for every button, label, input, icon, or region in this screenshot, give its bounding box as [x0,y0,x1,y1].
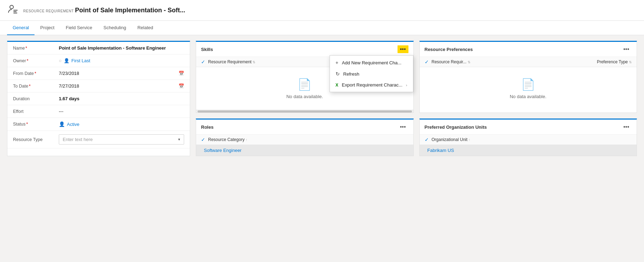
svg-rect-1 [13,10,18,11]
context-item-refresh-label: Refresh [343,71,359,77]
field-duration: Duration 1.67 days [7,92,190,105]
form-table: Name* Point of Sale Implementation - Sof… [7,42,190,148]
value-name: Point of Sale Implementation - Software … [53,42,190,55]
top-bar-subtitle: RESOURCE REQUIREMENT [23,9,74,13]
field-from-date: From Date* 7/23/2018 📅 [7,67,190,80]
rp-col-pref-type[interactable]: Preference Type ⇅ [597,59,632,64]
panel-row-top: Skills ••• ✓ Resource Requirement ⇅ Char… [196,41,637,113]
skills-check-icon: ✓ [201,59,205,65]
sort-icon-rp-resource: ⇅ [468,60,470,64]
required-indicator: * [29,84,31,89]
resource-preferences-header: Resource Preferences ••• [420,42,637,57]
skills-panel: Skills ••• ✓ Resource Requirement ⇅ Char… [196,41,414,113]
refresh-icon: ↻ [336,71,340,77]
svg-point-0 [10,5,13,9]
skills-col-resource[interactable]: Resource Requirement ⇅ [208,59,255,64]
required-indicator: * [26,122,28,127]
owner-link[interactable]: First Last [71,58,90,63]
tab-scheduling[interactable]: Scheduling [98,21,132,35]
resource-preferences-title: Resource Preferences [425,47,473,52]
resource-type-dropdown[interactable]: Enter text here ▾ [59,134,184,145]
label-duration: Duration [7,92,53,105]
context-menu-item-refresh[interactable]: ↻ Refresh [330,68,413,79]
roles-more-button[interactable]: ••• [398,123,408,131]
content-area: Name* Point of Sale Implementation - Sof… [0,35,644,162]
skills-panel-header: Skills ••• [196,42,413,57]
value-from-date: 7/23/2018 📅 [53,67,190,80]
top-bar: RESOURCE REQUIREMENT Point of Sale Imple… [0,0,644,21]
label-to-date: To Date* [7,80,53,92]
context-menu-item-export[interactable]: X Export Requirement Charac... › [330,79,413,90]
resource-preferences-no-data: 📄 No data available. [420,67,637,110]
label-resource-type: Resource Type [7,131,53,148]
rp-col-resource[interactable]: Resource Requir... ⇅ [432,59,470,64]
to-date-value: 7/27/2018 [59,83,79,89]
sort-icon-po-org: ↑ [469,138,470,142]
context-item-add-label: Add New Requirement Cha... [342,60,401,65]
skills-panel-title: Skills [201,47,213,52]
value-duration: 1.67 days [53,92,190,105]
roles-grid-header: ✓ Resource Category ↑ [196,135,413,145]
svg-rect-2 [13,11,17,12]
skills-no-data-text: No data available. [286,94,323,99]
roles-row-0[interactable]: Software Engineer [196,145,413,156]
field-effort: Effort --- [7,105,190,118]
no-data-doc-icon: 📄 [298,78,312,91]
roles-check-icon: ✓ [201,137,205,142]
context-menu: + Add New Requirement Cha... ↻ Refresh X… [330,55,413,92]
label-from-date: From Date* [7,67,53,80]
roles-panel: Roles ••• ✓ Resource Category ↑ Software… [196,119,414,156]
label-owner: Owner* [7,55,53,67]
skills-scrollbar[interactable] [196,110,413,113]
value-owner: ○ 👤 First Last [53,55,190,67]
from-date-value: 7/23/2018 [59,71,79,76]
field-status: Status* 👤 Active [7,118,190,131]
form-card: Name* Point of Sale Implementation - Sof… [7,41,190,156]
resource-type-placeholder: Enter text here [63,137,93,142]
chevron-right-icon: › [406,83,407,87]
label-effort: Effort [7,105,53,118]
calendar-icon-from[interactable]: 📅 [179,71,184,76]
rp-check-icon: ✓ [425,59,429,65]
preferred-org-row-0[interactable]: Fabrikam US [420,145,637,156]
value-effort: --- [53,105,190,118]
value-status: 👤 Active [53,118,190,131]
roles-row-value[interactable]: Software Engineer [204,148,242,153]
po-row-value[interactable]: Fabrikam US [427,148,454,153]
tab-related[interactable]: Related [132,21,159,35]
scrollbar-thumb [198,110,412,113]
po-check-icon: ✓ [425,137,429,142]
tab-field-service[interactable]: Field Service [60,21,98,35]
sort-icon-pref-type: ⇅ [629,60,632,64]
status-text: Active [67,122,79,127]
required-indicator: * [27,58,29,63]
label-name: Name* [7,42,53,55]
nav-tabs: General Project Field Service Scheduling… [0,21,644,35]
skills-more-button[interactable]: ••• [398,45,408,53]
label-status: Status* [7,118,53,131]
roles-panel-title: Roles [201,124,213,130]
calendar-icon-to[interactable]: 📅 [179,83,184,89]
po-col-org[interactable]: Organizational Unit ↑ [432,137,470,142]
preferred-org-more-button[interactable]: ••• [621,123,632,131]
required-indicator: * [25,46,27,51]
field-owner: Owner* ○ 👤 First Last [7,55,190,67]
preferred-org-grid-header: ✓ Organizational Unit ↑ [420,135,637,145]
context-menu-item-add[interactable]: + Add New Requirement Cha... [330,57,413,68]
field-name: Name* Point of Sale Implementation - Sof… [7,42,190,55]
panel-row-bottom: Roles ••• ✓ Resource Category ↑ Software… [196,119,637,156]
preferred-org-panel: Preferred Organization Units ••• ✓ Organ… [419,119,637,156]
no-data-doc-icon-rp: 📄 [521,78,535,91]
preferred-org-header: Preferred Organization Units ••• [420,120,637,135]
sort-icon-roles-category: ↑ [245,138,247,142]
sort-icon-resource: ⇅ [252,60,255,64]
roles-panel-header: Roles ••• [196,120,413,135]
roles-col-category[interactable]: Resource Category ↑ [208,137,247,142]
resource-preferences-more-button[interactable]: ••• [621,45,632,53]
tab-project[interactable]: Project [35,21,60,35]
svg-rect-3 [13,13,17,13]
field-resource-type: Resource Type Enter text here ▾ [7,131,190,148]
tab-general[interactable]: General [7,21,35,35]
person-icon: 👤 [64,58,69,63]
preferred-org-title: Preferred Organization Units [425,124,487,130]
